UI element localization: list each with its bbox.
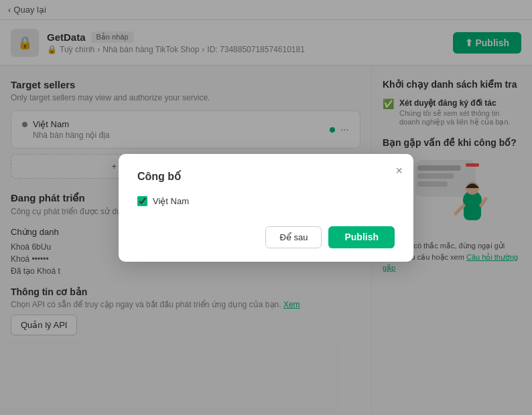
modal: Công bố × Việt Nam Để sau Publish xyxy=(119,154,413,262)
vietnam-checkbox-label: Việt Nam xyxy=(153,196,189,206)
modal-title: Công bố xyxy=(137,170,395,183)
vietnam-checkbox[interactable] xyxy=(137,196,147,206)
modal-overlay: Công bố × Việt Nam Để sau Publish xyxy=(0,0,532,415)
modal-publish-button[interactable]: Publish xyxy=(328,226,395,248)
defer-button[interactable]: Để sau xyxy=(265,226,322,248)
modal-checkbox-row: Việt Nam xyxy=(137,196,395,206)
modal-actions: Để sau Publish xyxy=(137,226,395,248)
modal-close-button[interactable]: × xyxy=(395,165,403,177)
